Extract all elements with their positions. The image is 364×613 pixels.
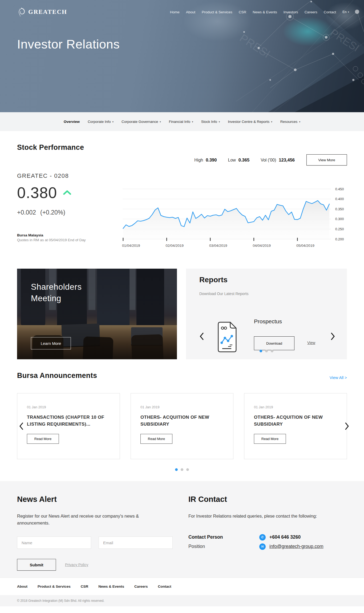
- announcement-date: 01 Jan 2019: [140, 405, 224, 409]
- language-selector[interactable]: En ▾: [342, 10, 349, 14]
- reports-title: Reports: [199, 276, 228, 284]
- nav-home[interactable]: Home: [170, 10, 180, 14]
- announcements-carousel-dots: [17, 468, 347, 471]
- svg-text:02/04/2019: 02/04/2019: [166, 244, 184, 248]
- svg-text:0.450: 0.450: [335, 187, 344, 191]
- download-button[interactable]: Download: [254, 336, 294, 350]
- svg-text:04/04/2019: 04/04/2019: [253, 244, 271, 248]
- shareholders-meeting-card[interactable]: ShareholdersMeeting Learn More: [17, 269, 177, 359]
- email-link[interactable]: info@greatech-group.com: [269, 544, 323, 549]
- stock-ticker: GREATEC - 0208: [17, 172, 121, 179]
- phone-icon: ✆: [259, 534, 266, 541]
- announcement-date: 01 Jan 2019: [254, 405, 337, 409]
- quote-note: Quotes in RM as at 05/04/2019 End of Day: [17, 238, 121, 242]
- name-input[interactable]: [17, 537, 91, 549]
- nav-csr[interactable]: CSR: [239, 10, 246, 14]
- nav-about[interactable]: About: [186, 10, 195, 14]
- carousel-dot[interactable]: [265, 350, 268, 352]
- news-alert-column: News Alert Register for our News Alert a…: [17, 495, 188, 571]
- subnav-corporate-info[interactable]: Corporate Info▾: [88, 120, 114, 124]
- subnav-overview[interactable]: Overview: [64, 120, 80, 124]
- phone-number: +604 646 3260: [269, 534, 301, 540]
- logo-spiral-icon: [17, 6, 26, 18]
- contact-row-phone: Contact Person ✆ +604 646 3260: [188, 534, 347, 541]
- learn-more-button[interactable]: Learn More: [31, 337, 71, 349]
- stock-stats-row: High 0.390 Low 0.365 Vol ('00) 123,456 V…: [17, 154, 347, 166]
- chevron-left-icon[interactable]: [19, 422, 23, 430]
- low-label: Low: [228, 158, 236, 163]
- volume-value: 123,456: [279, 158, 295, 163]
- subnav-corporate-governance[interactable]: Corporate Governance▾: [122, 120, 161, 124]
- announcement-date: 01 Jan 2019: [27, 405, 110, 409]
- page-title: Investor Relations: [17, 37, 120, 51]
- meeting-card-title: ShareholdersMeeting: [31, 281, 82, 304]
- view-report-link[interactable]: View: [307, 341, 315, 345]
- reports-card: Reports Download Our Latest Reports Pros…: [186, 269, 347, 359]
- logo-text: GREATECH: [28, 9, 67, 15]
- report-document-icon: [216, 321, 239, 353]
- investor-relations-page: PRESI PRESI: [0, 0, 364, 606]
- change-value: +0.002: [17, 209, 36, 216]
- announcement-card[interactable]: 01 Jan 2019 TRANSACTIONS (CHAPTER 10 OF …: [17, 393, 120, 459]
- view-more-button[interactable]: View More: [306, 154, 347, 166]
- chevron-down-icon: ▾: [192, 120, 193, 123]
- nav-contact[interactable]: Contact: [324, 10, 336, 14]
- chevron-right-icon[interactable]: [330, 332, 335, 341]
- svg-text:PRESI: PRESI: [328, 27, 362, 54]
- exchange-name: Bursa Malaysia: [17, 233, 121, 237]
- footer-products[interactable]: Product & Services: [38, 584, 71, 588]
- chevron-left-icon[interactable]: [199, 332, 204, 341]
- carousel-dot[interactable]: [271, 350, 273, 352]
- stock-price-chart: 0.4500.4000.3500.3000.2500.20001/04/2019…: [121, 170, 347, 249]
- carousel-dot[interactable]: [175, 468, 178, 471]
- announcements-carousel: 01 Jan 2019 TRANSACTIONS (CHAPTER 10 OF …: [17, 393, 347, 459]
- carousel-dot[interactable]: [260, 350, 262, 352]
- nav-investors[interactable]: Investors: [284, 10, 298, 14]
- greatech-logo[interactable]: GREATECH: [17, 6, 67, 18]
- svg-text:0.400: 0.400: [335, 197, 344, 201]
- submit-button[interactable]: Submit: [17, 559, 56, 571]
- subnav-financial-info[interactable]: Financial Info▾: [169, 120, 193, 124]
- subnav-stock-info[interactable]: Stock Info▾: [201, 120, 220, 124]
- announcement-title: TRANSACTIONS (CHAPTER 10 OF LISTING REQU…: [27, 414, 107, 428]
- price-up-icon: [63, 190, 71, 195]
- volume-label: Vol ('00): [261, 158, 276, 163]
- change-percent: (+0.20%): [40, 209, 65, 216]
- chevron-down-icon: ▾: [219, 120, 220, 123]
- chevron-down-icon: ▾: [299, 120, 300, 123]
- ir-contact-column: IR Contact For Investor Relations relate…: [188, 495, 347, 571]
- read-more-button[interactable]: Read More: [254, 434, 286, 444]
- view-all-link[interactable]: View All >: [330, 375, 347, 380]
- announcement-card[interactable]: 01 Jan 2019 OTHERS- ACQUITION OF NEW SUB…: [131, 393, 233, 459]
- news-alert-description: Register for our News Alert and receive …: [17, 513, 166, 526]
- stock-quote-panel: GREATEC - 0208 0.380 +0.002 (+0.20%) Bur…: [17, 170, 121, 249]
- stock-high: High 0.390: [194, 158, 217, 163]
- footer-contact[interactable]: Contact: [158, 584, 171, 588]
- footer-about[interactable]: About: [17, 584, 27, 588]
- chevron-right-icon[interactable]: [345, 422, 349, 430]
- footer-news[interactable]: News & Events: [98, 584, 124, 588]
- email-input[interactable]: [99, 537, 173, 549]
- ir-contact-title: IR Contact: [188, 495, 347, 504]
- footer-csr[interactable]: CSR: [81, 584, 88, 588]
- footer-careers[interactable]: Careers: [134, 584, 148, 588]
- announcement-title: OTHERS- ACQUITION OF NEW SUBSIDIARY: [140, 414, 220, 428]
- subnav-resources[interactable]: Resources▾: [280, 120, 300, 124]
- subnav-investor-centre[interactable]: Investor Centre & Reports▾: [228, 120, 272, 124]
- main-nav: Home About Product & Services CSR News &…: [170, 10, 349, 14]
- announcement-card[interactable]: 01 Jan 2019 OTHERS- ACQUITION OF NEW SUB…: [244, 393, 347, 459]
- high-value: 0.390: [206, 158, 217, 163]
- read-more-button[interactable]: Read More: [27, 434, 59, 444]
- copyright-bar: © 2018 Greatech Integration (M) Sdn Bhd.…: [0, 595, 364, 606]
- read-more-button[interactable]: Read More: [140, 434, 172, 444]
- stock-detail-area: GREATEC - 0208 0.380 +0.002 (+0.20%) Bur…: [17, 170, 347, 249]
- nav-careers[interactable]: Careers: [305, 10, 317, 14]
- report-item-title: Prospectus: [254, 318, 282, 325]
- nav-products[interactable]: Product & Services: [202, 10, 232, 14]
- privacy-policy-link[interactable]: Privacy Policy: [65, 563, 88, 567]
- carousel-dot[interactable]: [186, 468, 189, 471]
- investor-subnav: Overview Corporate Info▾ Corporate Gover…: [0, 112, 364, 131]
- carousel-dot[interactable]: [181, 468, 183, 471]
- nav-news[interactable]: News & Events: [253, 10, 277, 14]
- reports-carousel-dots: [186, 350, 347, 352]
